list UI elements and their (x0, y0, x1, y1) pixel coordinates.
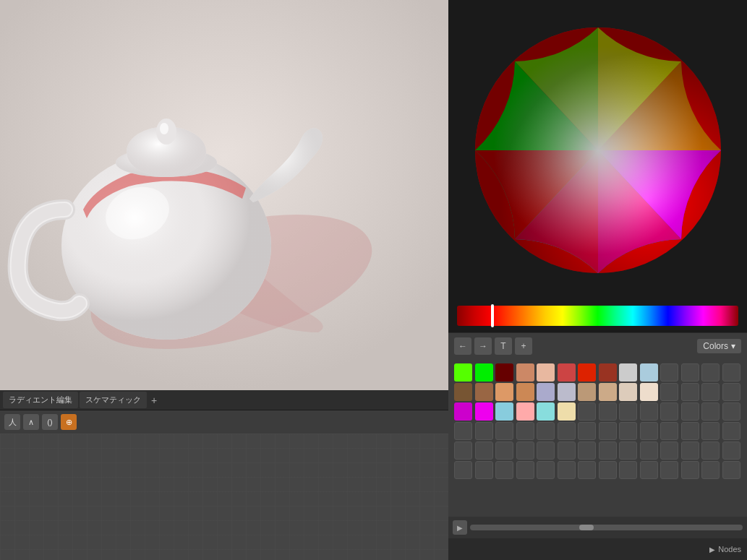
color-swatch[interactable] (537, 363, 555, 382)
viewport-3d[interactable] (0, 0, 448, 390)
color-swatch[interactable] (537, 383, 555, 401)
color-swatch[interactable] (722, 461, 740, 479)
color-swatch[interactable] (558, 461, 576, 479)
color-swatch[interactable] (578, 422, 596, 440)
color-swatch[interactable] (640, 422, 658, 440)
color-swatch[interactable] (537, 441, 555, 460)
color-swatch[interactable] (660, 461, 678, 479)
color-swatch[interactable] (701, 441, 720, 460)
hue-gradient-bar[interactable] (457, 306, 738, 326)
color-swatch[interactable] (475, 383, 493, 401)
color-swatch[interactable] (454, 422, 472, 440)
palette-bookmark-button[interactable]: T (495, 337, 512, 355)
color-swatch[interactable] (599, 441, 617, 460)
color-swatch[interactable] (454, 441, 472, 460)
color-swatch[interactable] (619, 402, 637, 421)
color-wheel-area[interactable] (448, 0, 747, 300)
color-swatch[interactable] (578, 461, 596, 479)
color-swatch[interactable] (681, 461, 699, 479)
color-swatch[interactable] (537, 422, 555, 440)
palette-back-button[interactable]: ← (454, 337, 471, 355)
color-swatch[interactable] (660, 363, 678, 382)
color-swatch[interactable] (558, 402, 576, 421)
color-swatch[interactable] (537, 402, 555, 421)
color-swatch[interactable] (475, 422, 493, 440)
color-swatch[interactable] (516, 383, 534, 401)
color-swatch[interactable] (516, 441, 534, 460)
node-editor-grid[interactable] (0, 434, 448, 560)
color-swatch[interactable] (495, 402, 513, 421)
color-swatch[interactable] (516, 363, 534, 382)
color-swatch[interactable] (722, 402, 740, 421)
nodes-icon-btn[interactable]: ⊕ (61, 414, 77, 430)
color-swatch[interactable] (578, 402, 596, 421)
color-swatch[interactable] (558, 422, 576, 440)
color-swatch[interactable] (681, 422, 699, 440)
color-swatch[interactable] (516, 422, 534, 440)
color-swatch[interactable] (599, 363, 617, 382)
color-swatch[interactable] (660, 422, 678, 440)
color-swatch[interactable] (722, 422, 740, 440)
color-swatch[interactable] (660, 383, 678, 401)
color-swatch[interactable] (558, 363, 576, 382)
color-swatch[interactable] (495, 363, 513, 382)
color-swatch[interactable] (578, 441, 596, 460)
color-swatch[interactable] (619, 422, 637, 440)
color-swatch[interactable] (454, 402, 472, 421)
color-swatch[interactable] (722, 363, 740, 382)
color-swatch[interactable] (640, 383, 658, 401)
color-swatch[interactable] (701, 363, 720, 382)
color-swatch[interactable] (495, 461, 513, 479)
bracket-icon-btn[interactable]: () (42, 414, 58, 430)
color-swatch[interactable] (599, 383, 617, 401)
wave-icon-btn[interactable]: ∧ (23, 414, 39, 430)
color-swatch[interactable] (516, 461, 534, 479)
color-swatch[interactable] (722, 383, 740, 401)
person-icon-btn[interactable]: 人 (4, 414, 20, 430)
tab-schematic[interactable]: スケマティック (80, 392, 147, 408)
color-swatch[interactable] (640, 461, 658, 479)
color-swatch[interactable] (454, 383, 472, 401)
palette-add-button[interactable]: + (515, 337, 532, 355)
tab-add-button[interactable]: + (148, 395, 160, 406)
color-swatch[interactable] (599, 402, 617, 421)
color-swatch[interactable] (660, 441, 678, 460)
color-swatch[interactable] (640, 402, 658, 421)
scroll-left-button[interactable]: ▶ (453, 520, 467, 535)
color-swatch[interactable] (722, 441, 740, 460)
color-swatch[interactable] (578, 383, 596, 401)
color-swatch[interactable] (619, 441, 637, 460)
palette-scrollbar[interactable]: ▶ (448, 517, 747, 538)
hue-slider-area[interactable] (448, 300, 747, 332)
color-swatch[interactable] (495, 441, 513, 460)
color-swatch[interactable] (475, 363, 493, 382)
color-swatch[interactable] (681, 402, 699, 421)
color-swatch[interactable] (619, 383, 637, 401)
hue-handle[interactable] (491, 304, 494, 327)
color-swatch[interactable] (475, 402, 493, 421)
color-swatch[interactable] (516, 402, 534, 421)
color-swatch[interactable] (701, 383, 720, 401)
scroll-thumb[interactable] (579, 525, 594, 530)
color-swatch[interactable] (660, 402, 678, 421)
color-swatch[interactable] (681, 363, 699, 382)
color-swatch[interactable] (619, 461, 637, 479)
palette-dropdown[interactable]: Colors ▾ (697, 339, 741, 353)
palette-forward-button[interactable]: → (474, 337, 492, 355)
color-swatch[interactable] (558, 441, 576, 460)
color-wheel[interactable] (468, 20, 728, 280)
color-swatch[interactable] (495, 383, 513, 401)
color-swatch[interactable] (454, 363, 472, 382)
color-swatch[interactable] (701, 402, 720, 421)
color-swatch[interactable] (558, 383, 576, 401)
color-swatch[interactable] (475, 441, 493, 460)
color-swatch[interactable] (640, 363, 658, 382)
color-swatch[interactable] (619, 363, 637, 382)
color-swatch[interactable] (681, 383, 699, 401)
color-swatch[interactable] (640, 441, 658, 460)
scroll-track[interactable] (470, 525, 743, 530)
color-swatch[interactable] (454, 461, 472, 479)
color-swatch[interactable] (681, 441, 699, 460)
color-swatch[interactable] (599, 422, 617, 440)
color-swatch[interactable] (701, 461, 720, 479)
